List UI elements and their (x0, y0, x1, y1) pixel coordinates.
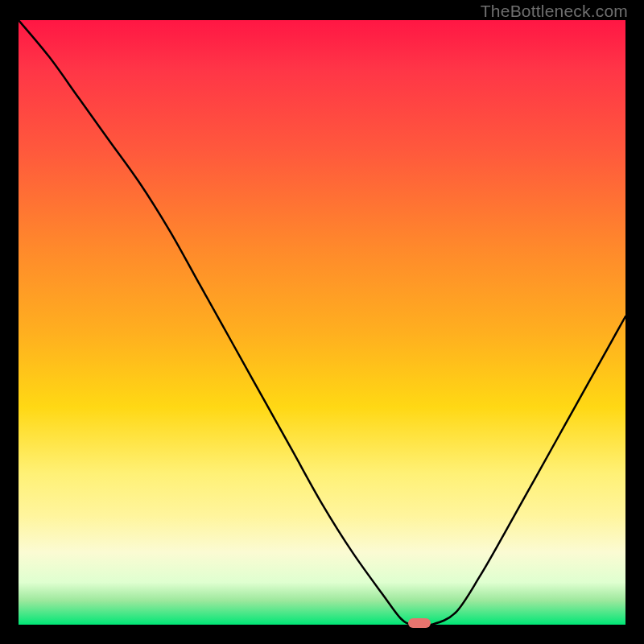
watermark-text: TheBottleneck.com (481, 2, 628, 21)
chart-container: TheBottleneck.com (0, 0, 644, 644)
bottleneck-curve (19, 20, 625, 625)
optimal-marker (408, 618, 431, 628)
